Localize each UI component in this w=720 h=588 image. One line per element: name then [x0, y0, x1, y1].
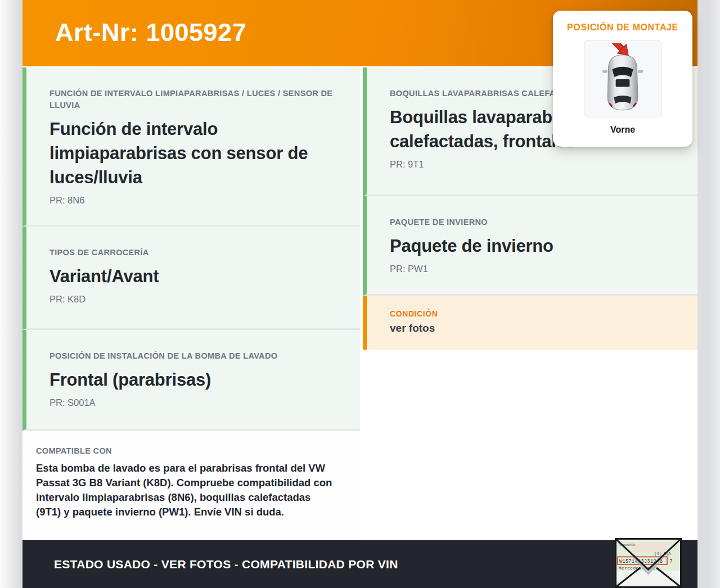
doc-tint	[632, 544, 667, 552]
pr-code: PR: S001A	[50, 397, 338, 408]
feature-label: FUNCIÓN DE INTERVALO LIMPIAPARABRISAS / …	[50, 88, 338, 111]
feature-title: Paquete de invierno	[390, 234, 674, 258]
feature-label: PAQUETE DE INVIERNO	[390, 216, 675, 228]
feature-title: Función de intervalo limpiaparabrisas co…	[50, 117, 334, 189]
condition-card: CONDICIÓN ver fotos	[363, 296, 698, 350]
pr-code: PR: K8D	[50, 294, 338, 305]
mounting-position-card: POSICIÓN DE MONTAJE	[553, 11, 692, 147]
car-image-frame	[584, 40, 662, 117]
pr-code: PR: PW1	[390, 264, 675, 274]
condition-label: CONDICIÓN	[390, 309, 675, 318]
feature-card-winter-package: PAQUETE DE INVIERNO Paquete de invierno …	[363, 196, 698, 296]
vin-suffix: 7	[670, 559, 673, 564]
envelope-stamp-image: Fahrgestell-Nr. |4| A|A W1571463J3124B 7…	[615, 538, 682, 588]
footer-text: ESTADO USADO - VER FOTOS - COMPATIBILIDA…	[22, 558, 398, 571]
car-mirror-right	[638, 70, 643, 73]
feature-card-wiper-interval: FUNCIÓN DE INTERVALO LIMPIAPARABRISAS / …	[22, 67, 360, 227]
mounting-position-title: POSICIÓN DE MONTAJE	[553, 22, 692, 33]
car-top-view-icon	[593, 43, 652, 114]
mounting-position-caption: Vorne	[553, 125, 692, 135]
car-sunroof	[616, 79, 630, 87]
pr-code: PR: 8N6	[50, 195, 338, 206]
feature-label: TIPOS DE CARROCERÍA	[50, 247, 338, 259]
condition-value: ver fotos	[390, 322, 675, 334]
feature-title: Variant/Avant	[50, 264, 334, 288]
feature-label: POSICIÓN DE INSTALACIÓN DE LA BOMBA DE L…	[50, 350, 338, 362]
compatible-card: COMPATIBLE CON Esta bomba de lavado es p…	[22, 431, 360, 540]
feature-card-body-type: TIPOS DE CARROCERÍA Variant/Avant PR: K8…	[22, 227, 360, 330]
envelope-over-registration-document-icon: Fahrgestell-Nr. |4| A|A W1571463J3124B 7…	[615, 538, 682, 588]
feature-title: Frontal (parabrisas)	[50, 368, 334, 392]
pr-code: PR: 9T1	[390, 159, 675, 170]
left-column: FUNCIÓN DE INTERVALO LIMPIAPARABRISAS / …	[22, 67, 360, 540]
compatible-label: COMPATIBLE CON	[36, 445, 338, 457]
footer-bar: ESTADO USADO - VER FOTOS - COMPATIBILIDA…	[22, 540, 698, 588]
car-mirror-left	[602, 70, 608, 73]
feature-card-pump-position: POSICIÓN DE INSTALACIÓN DE LA BOMBA DE L…	[22, 330, 360, 431]
listing-page: Art-Nr: 1005927 FUNCIÓN DE INTERVALO LIM…	[22, 0, 698, 588]
compatible-text: Esta bomba de lavado es para el parabris…	[36, 461, 338, 519]
